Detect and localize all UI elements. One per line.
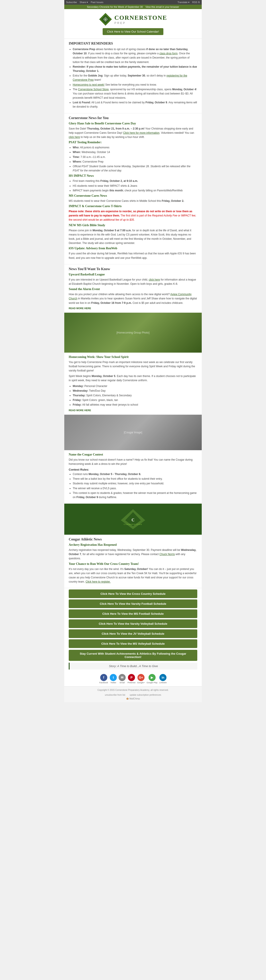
top-bar: Subscribe Share ▾ Past Issues Translate … [64, 0, 202, 5]
reminders-title: IMPORTANT REMINDERS [69, 41, 197, 46]
garage-sale-info-link[interactable]: Click here for more information [123, 131, 159, 134]
social-facebook[interactable]: f Facebook [99, 674, 108, 684]
contest-rules-list: Contest runs Monday, October 5 - Thursda… [69, 472, 197, 500]
reminders-list: Cornerstone Prep allows families to opt … [69, 47, 197, 109]
varsity-volleyball-schedule-button[interactable]: Click Here To View the Varsity Volleybal… [69, 619, 197, 628]
hs-impact-link[interactable]: HS IMPACT News [69, 174, 94, 177]
logo-area: C CORNERSTONE PREP [69, 13, 197, 26]
reminder-item: Extra for the Gobble Jog: Sign up after … [73, 74, 197, 82]
homecoming-body2: Spirit Week begins Monday, October 5. Ea… [69, 374, 197, 383]
homecoming-item: Thursday: Spirit Colors, Elementary & Se… [73, 393, 197, 398]
twitter-icon[interactable]: t [110, 674, 117, 681]
archery-heading: Archery Registration Has Reopened [69, 543, 197, 547]
homecoming-read-more-link[interactable]: READ MORE HERE [69, 409, 91, 412]
upward-basketball-body: If you are interested in an Upward Baske… [69, 278, 197, 286]
psat-item: Where: Cornerstone Prep [73, 160, 197, 164]
ms-cornerstone-heading: MS Cornerstone Cares News [69, 194, 197, 197]
googleplus-label: Google+ [137, 681, 145, 684]
email-icon[interactable]: ✉ [119, 674, 126, 681]
logo-tagline: PREP [114, 21, 167, 25]
view-browser-link[interactable]: View this email in your browser [146, 6, 179, 8]
social-pinterest[interactable]: P Pinterest [127, 674, 135, 684]
garage-sale-link[interactable]: Glory Haus Sale to Benefit Cornerstone C… [69, 122, 136, 125]
cornerstone-logo-block: C CORNERSTONE [64, 504, 202, 535]
reminder-item: Homecoming is next week! See below for e… [73, 83, 197, 87]
reminders-section: IMPORTANT REMINDERS Cornerstone Prep all… [64, 39, 202, 113]
jv-volleyball-schedule-button[interactable]: Click Here To View the JV Volleyball Sch… [69, 629, 197, 638]
homecoming-heading-link[interactable]: Homecoming Week: Show Your School Spirit [69, 355, 128, 359]
reminder-item: Cornerstone Prep allows families to opt … [73, 47, 197, 64]
name-cougar-heading: Name the Cougar Contest [69, 453, 197, 457]
translate-link[interactable]: Translate ▾ [177, 1, 190, 4]
googleplus-icon[interactable]: G+ [138, 674, 144, 681]
rss-link[interactable]: RSS ℝ [192, 1, 200, 4]
hs-impact-item: First team meeting this Friday, October … [73, 179, 197, 183]
header: C CORNERSTONE PREP Click Here to View Ou… [64, 9, 202, 39]
psat-list: Who: All juniors & sophomores When: Wedn… [69, 145, 197, 173]
ios-update-heading: iOS Update: Advisory from RenWeb [69, 247, 197, 250]
athletic-news-section: Cougar Athletic News Archery Registratio… [64, 535, 202, 588]
sound-alarm-body: How do you protect your children while a… [69, 292, 197, 305]
homecoming-heading: Homecoming Week: Show Your School Spirit [69, 355, 197, 359]
past-issues-link[interactable]: Past Issues [91, 1, 103, 4]
name-cougar-section: Name the Cougar Contest Did you know our… [64, 450, 202, 504]
cross-country-heading: Your Chance to Run With Our Cross Countr… [69, 562, 197, 566]
garage-sale-volunteer-link[interactable]: click here [69, 135, 80, 138]
archery-contact-link[interactable]: Chuck Norris [159, 553, 175, 556]
ms-cornerstone-link[interactable]: MS Cornerstone Cares News [69, 194, 107, 197]
pinterest-icon[interactable]: P [128, 674, 135, 681]
svg-text:C: C [131, 518, 135, 522]
update-prefs-link[interactable]: update subscription preferences [130, 694, 161, 696]
social-linkedin[interactable]: in LinkedIn [159, 674, 167, 684]
calendar-button[interactable]: Click Here to View Our School Calendar! [103, 28, 163, 35]
social-googleplus[interactable]: G+ Google+ [137, 674, 145, 684]
pinterest-label: Pinterest [127, 681, 135, 684]
news-section: News You'll Want To Know Upward Basketba… [64, 264, 202, 313]
facebook-label: Facebook [99, 681, 108, 684]
aview-link[interactable]: Aview Community Church [69, 293, 192, 300]
reminder-item: Reminder: If you chose to make two tuiti… [73, 65, 197, 73]
psat-heading: PSAT Testing Reminder: [69, 141, 197, 144]
homecoming-link[interactable]: Homecoming is next week! [73, 83, 104, 86]
social-row: f Facebook t Twitter ✉ Email P Pinterest… [64, 671, 202, 686]
cross-country-schedule-button[interactable]: Click Here To View the Cross Country Sch… [69, 589, 197, 598]
read-more-link[interactable]: READ MORE HERE [69, 307, 91, 310]
psat-item: Who: All juniors & sophomores [73, 145, 197, 150]
sound-alarm-heading: Sound the Alarm Event [69, 287, 197, 291]
ms-football-schedule-button[interactable]: Click Here To View the MS Football Sched… [69, 609, 197, 618]
social-email[interactable]: ✉ Email [119, 674, 126, 684]
hs-impact-item: IMPACT team payments begin this month; c… [73, 188, 197, 193]
homecoming-item: Friday: All fall athletes may wear their… [73, 403, 197, 407]
homecoming-item: Friday: Spirit Colors: green, black, tan [73, 398, 197, 402]
school-store-link[interactable]: Cornerstone School Store [78, 88, 109, 91]
googleplay-icon[interactable]: ▶ [149, 674, 156, 681]
ms-cornerstone-body: MS students need to wear their Cornersto… [69, 199, 197, 203]
garage-sale-heading: Glory Haus Sale to Benefit Cornerstone C… [69, 122, 197, 125]
linkedin-icon[interactable]: in [159, 674, 166, 681]
rule-item: The winner will receive a DVLS pass. [73, 486, 197, 490]
rule-item: Students may submit multiple entries; ho… [73, 482, 197, 486]
social-googleplay[interactable]: ▶ Google Play [147, 674, 157, 684]
share-link[interactable]: Share ▾ [79, 1, 88, 4]
garage-sale-body: Save the Date! Thursday, October 21, fro… [69, 127, 197, 140]
varsity-football-schedule-button[interactable]: Click Here To View the Varsity Football … [69, 600, 197, 608]
name-cougar-link[interactable]: Name the Cougar Contest [69, 453, 103, 456]
upward-basketball-link[interactable]: click here [149, 278, 160, 281]
social-twitter[interactable]: t Twitter [110, 674, 117, 684]
ms-volleyball-schedule-button[interactable]: Click Here To View the MS Volleyball Sch… [69, 640, 197, 648]
story-banner: Story: A Time to Build...A Time to Give [69, 663, 197, 670]
contest-rules-heading: Contest Rules: [69, 468, 197, 471]
hs-impact-list: First team meeting this Friday, October … [69, 179, 197, 193]
ms-girls-bible-link[interactable]: NEW MS Girls Bible Study [69, 224, 105, 227]
unsubscribe-link[interactable]: unsubscribe from list [105, 694, 125, 696]
cross-country-register-link[interactable]: Click here to register. [86, 580, 111, 583]
cornerstone-news-section: Cornerstone News for You Glory Haus Sale… [64, 113, 202, 264]
homecoming-list: Monday: Personal Character Wednesday: Tw… [69, 384, 197, 407]
facebook-icon[interactable]: f [100, 674, 107, 681]
copyright-text: Copyright © 2015 Cornerstone Preparatory… [66, 689, 200, 691]
impact-tshirts-heading: IMPACT & Cornerstone Cares T-Shirts [69, 204, 197, 208]
class-drop-link[interactable]: class drop form [159, 52, 177, 55]
cornerstone-news-title: Cornerstone News for You [69, 116, 197, 120]
subscribe-link[interactable]: Subscribe [66, 1, 77, 4]
ios-update-body: If you used the all-clear during fall br… [69, 251, 197, 260]
